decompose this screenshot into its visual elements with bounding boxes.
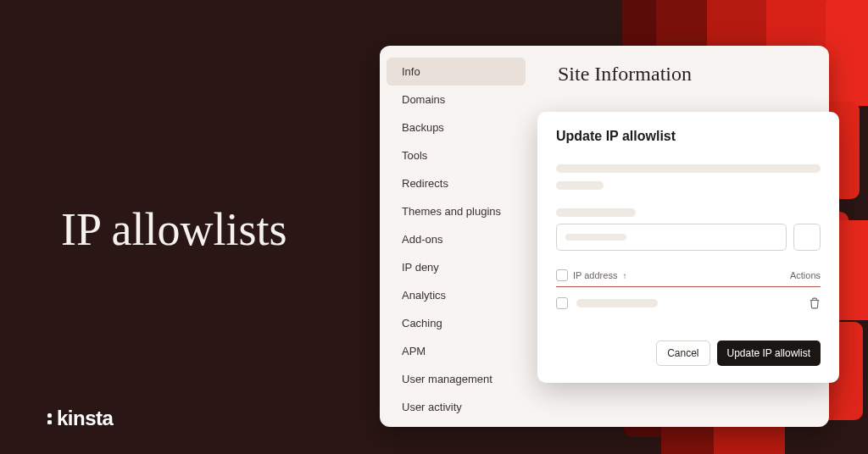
table-row [556,287,821,319]
page-headline: IP allowlists [61,203,287,256]
sidebar-item-caching[interactable]: Caching [387,309,526,337]
sidebar: Info Domains Backups Tools Redirects The… [380,46,532,427]
sidebar-item-ip-deny[interactable]: IP deny [387,253,526,281]
skeleton-line [556,164,821,173]
skeleton-label [556,208,636,217]
brand-logo: kinsta [47,407,113,430]
sidebar-item-user-management[interactable]: User management [387,365,526,393]
sidebar-item-info[interactable]: Info [387,58,526,86]
column-ip-header[interactable]: IP address [573,270,617,280]
sidebar-item-tools[interactable]: Tools [387,141,526,169]
select-all-checkbox[interactable] [556,269,568,281]
skeleton-ip-value [576,299,658,307]
sidebar-item-analytics[interactable]: Analytics [387,281,526,309]
sidebar-item-backups[interactable]: Backups [387,114,526,141]
add-ip-button[interactable] [793,224,821,251]
skeleton-line [556,181,604,190]
sort-ascending-icon[interactable]: ↑ [622,271,626,280]
skeleton-placeholder [565,234,626,241]
sidebar-item-user-activity[interactable]: User activity [387,393,526,421]
sidebar-item-themes-plugins[interactable]: Themes and plugins [387,197,526,225]
delete-icon[interactable] [809,297,821,309]
sidebar-item-domains[interactable]: Domains [387,86,526,114]
modal-title: Update IP allowlist [556,129,821,144]
row-checkbox[interactable] [556,297,568,309]
table-header: IP address ↑ Actions [556,264,821,287]
sidebar-item-apm[interactable]: APM [387,337,526,365]
column-actions-header: Actions [778,270,821,280]
cancel-button[interactable]: Cancel [656,340,709,366]
page-title: Site Information [558,63,692,86]
ip-address-input[interactable] [556,224,787,251]
update-ip-allowlist-button[interactable]: Update IP allowlist [717,340,821,366]
sidebar-item-redirects[interactable]: Redirects [387,169,526,197]
sidebar-item-add-ons[interactable]: Add-ons [387,225,526,253]
update-ip-allowlist-modal: Update IP allowlist IP address ↑ Actions… [537,112,839,383]
